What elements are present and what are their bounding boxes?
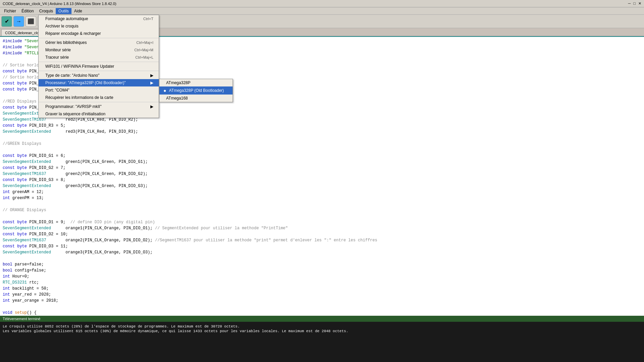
output-status-bar: Téléversement terminé: [0, 316, 644, 322]
title-text: CODE_delorean_clock_V4 | Arduino 1.8.13 …: [3, 2, 116, 6]
debug-btn[interactable]: ⬛: [26, 16, 36, 27]
menu-outils[interactable]: Outils: [56, 8, 71, 14]
menu-croquis[interactable]: Croquis: [37, 8, 56, 14]
output-line-2: Les variables globales utilisent 615 oct…: [3, 329, 641, 333]
menu-traceur[interactable]: Traceur série Ctrl+Maj+L: [39, 54, 159, 61]
title-bar: CODE_delorean_clock_V4 | Arduino 1.8.13 …: [0, 0, 644, 7]
separator-4: [39, 102, 159, 102]
output-line-1: Le croquis utilise 8652 octets (28%) de …: [3, 324, 641, 328]
menu-wifi[interactable]: WiFi101 / WiFiNINA Firmware Updater: [39, 63, 159, 70]
status-text: Téléversement terminé: [3, 317, 41, 321]
menu-reparer[interactable]: Réparer encodage & recharger: [39, 30, 159, 37]
separator-3: [39, 71, 159, 71]
separator-1: [39, 38, 159, 38]
menu-processeur[interactable]: Processeur: "ATmega328P (Old Bootloader)…: [39, 79, 159, 86]
menu-recuperer[interactable]: Récupérer les informations de la carte: [39, 94, 159, 101]
menu-gerer-bib[interactable]: Gérer les bibliothèques Ctrl+Maj+I: [39, 39, 159, 46]
outils-dropdown: Formatage automatique Ctrl+T Archiver le…: [38, 15, 159, 118]
upload-btn[interactable]: →: [13, 16, 24, 27]
submenu-atmega328p-old[interactable]: ● ATmega328P (Old Bootloader): [159, 86, 233, 95]
menu-programmateur[interactable]: Programmateur: "AVRISP mkII" ▶: [39, 103, 159, 110]
submenu-atmega328p[interactable]: ATmega328P: [159, 79, 233, 86]
minimize-btn[interactable]: ─: [628, 1, 631, 6]
menu-archiver[interactable]: Archiver le croquis: [39, 22, 159, 30]
maximize-btn[interactable]: □: [633, 1, 636, 6]
menu-aide[interactable]: Aide: [71, 8, 85, 14]
menu-edition[interactable]: Édition: [19, 8, 37, 14]
verify-btn[interactable]: ✔: [1, 16, 12, 27]
menu-fichier[interactable]: Fichier: [1, 8, 19, 14]
submenu-atmega168[interactable]: ATmega168: [159, 95, 233, 102]
menu-type-carte[interactable]: Type de carte: "Arduino Nano" ▶: [39, 72, 159, 79]
close-btn[interactable]: ✕: [638, 1, 641, 6]
output-area: Le croquis utilise 8652 octets (28%) de …: [0, 322, 644, 362]
menu-formatage[interactable]: Formatage automatique Ctrl+T: [39, 15, 159, 22]
menu-bar: Fichier Édition Croquis Outils Aide: [0, 7, 644, 15]
processeur-submenu: ATmega328P ● ATmega328P (Old Bootloader)…: [159, 79, 233, 102]
menu-graver[interactable]: Graver la séquence d'initialisation: [39, 110, 159, 118]
separator-2: [39, 62, 159, 62]
menu-moniteur[interactable]: Moniteur série Ctrl+Maj+M: [39, 46, 159, 54]
menu-port[interactable]: Port: "COM4": [39, 86, 159, 94]
